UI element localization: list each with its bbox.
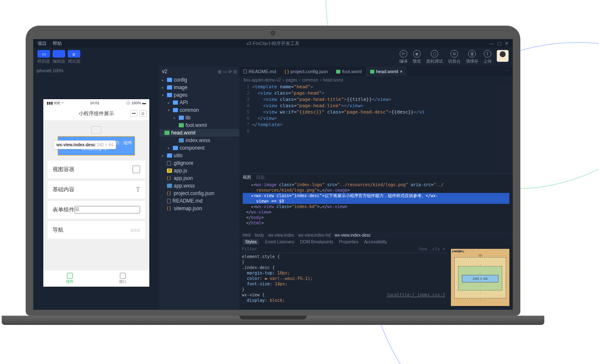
phone-nav-close-button[interactable]: ⊙ bbox=[139, 110, 147, 117]
devtools-sub-tab[interactable]: Accessibility bbox=[364, 240, 387, 244]
element-node[interactable]: </html> bbox=[243, 220, 509, 226]
ide-window: 项目 帮助 v2-FinClip小程序开发工具 — ▢ ✕ ▭模拟器编辑器⫼调试… bbox=[33, 39, 513, 310]
mode-label: 调试器 bbox=[68, 58, 80, 64]
window-title: v2-FinClip小程序开发工具 bbox=[246, 40, 300, 47]
laptop-frame: 项目 帮助 v2-FinClip小程序开发工具 — ▢ ✕ ▭模拟器编辑器⫼调试… bbox=[26, 26, 520, 328]
phone-tab[interactable]: 接口 bbox=[96, 270, 149, 287]
mode-button-1[interactable] bbox=[53, 50, 65, 58]
tree-item[interactable]: ▸lib bbox=[159, 114, 239, 121]
tool-清缓存[interactable]: 🗑清缓存 bbox=[466, 50, 478, 64]
element-node[interactable]: </body> bbox=[243, 215, 509, 220]
breadcrumb[interactable]: head.wxml bbox=[323, 78, 343, 82]
tree-item[interactable]: index.wxss bbox=[159, 137, 239, 144]
hov-toggle[interactable]: :hov bbox=[417, 247, 427, 251]
phone-nav-title: 小程序组件展示 bbox=[79, 110, 114, 117]
element-crumb[interactable]: html bbox=[243, 233, 251, 237]
styles-filter-input[interactable]: Filter bbox=[242, 247, 257, 251]
menubar: 项目 帮助 v2-FinClip小程序开发工具 — ▢ ✕ bbox=[33, 39, 513, 47]
tree-item[interactable]: .gitignore bbox=[159, 159, 239, 167]
phone-list-item[interactable]: 视图容器 bbox=[48, 161, 145, 178]
camera-dot bbox=[272, 32, 275, 34]
element-node[interactable]: resources/kind/logo.png">…</wx-image> bbox=[243, 187, 509, 193]
tree-item[interactable]: README.md bbox=[159, 197, 239, 205]
element-node[interactable]: view> == $0 bbox=[243, 198, 509, 204]
tree-item[interactable]: ▸config bbox=[159, 76, 239, 84]
tool-上传[interactable]: ↥上传 bbox=[483, 50, 492, 64]
toolbar: ▭模拟器编辑器⫼调试器 ⟳编译◉预览▢真机调试⧉切后台🗑清缓存↥上传 bbox=[33, 47, 513, 67]
menu-project[interactable]: 项目 bbox=[37, 40, 47, 47]
maximize-icon[interactable]: ▢ bbox=[497, 41, 501, 46]
breadcrumb[interactable]: pages bbox=[286, 78, 297, 82]
phone-logo-icon bbox=[91, 126, 101, 134]
tree-item[interactable]: ▸image bbox=[159, 84, 239, 91]
add-rule-icon[interactable]: + bbox=[443, 247, 445, 251]
tree-item[interactable]: { }sitemap.json bbox=[159, 205, 239, 212]
element-crumb[interactable]: wx-view.index-desc bbox=[334, 233, 371, 237]
element-node[interactable]: ▸<wx-view class="index-bd">…</wx-view> bbox=[243, 204, 509, 209]
tab-close-icon[interactable]: × bbox=[400, 69, 403, 74]
tree-root[interactable]: v2 bbox=[162, 69, 167, 74]
mode-button-2[interactable]: ⫼ bbox=[68, 50, 80, 58]
minimap[interactable] bbox=[496, 84, 513, 173]
menu-help[interactable]: 帮助 bbox=[53, 40, 62, 47]
new-file-icon[interactable]: ⊞ bbox=[218, 69, 221, 74]
refresh-icon[interactable]: ⟳ bbox=[228, 69, 232, 74]
phone-list-item[interactable]: 表单组件 bbox=[48, 201, 145, 219]
editor-tab[interactable]: README.md bbox=[239, 67, 280, 76]
editor-tab[interactable]: { }project.config.json bbox=[280, 67, 332, 76]
devtools-sub-tab[interactable]: Styles bbox=[243, 239, 259, 245]
simulator-status: iphone6 100% bbox=[33, 67, 159, 75]
phone-list-item[interactable]: 导航○○○ bbox=[48, 221, 145, 239]
tree-item[interactable]: { }project.config.json bbox=[159, 190, 239, 197]
tool-真机调试[interactable]: ▢真机调试 bbox=[426, 50, 443, 64]
tree-item[interactable]: ▸component bbox=[159, 144, 239, 152]
devtools-sub-tab[interactable]: DOM Breakpoints bbox=[300, 240, 333, 244]
editor-tab[interactable]: foot.wxml bbox=[332, 67, 366, 76]
editor-tab[interactable]: head.wxml× bbox=[366, 67, 407, 76]
mode-button-0[interactable]: ▭ bbox=[37, 50, 50, 58]
element-node[interactable]: ▸<wx-view class="index-desc">以下将展示小程序官方组… bbox=[243, 193, 509, 198]
file-tree: v2 ⊞ ▭ ⟳ ⊟ ▸config▸image▾pages▸API▾commo… bbox=[159, 67, 239, 310]
tree-item[interactable]: ▸utils bbox=[159, 152, 239, 159]
devtools-panel: 视图日志 ▸<wx-image class="index-logo" src="… bbox=[239, 173, 513, 310]
tree-item[interactable]: ▸API bbox=[159, 99, 239, 106]
tool-切后台[interactable]: ⧉切后台 bbox=[448, 50, 461, 64]
phone-list-item[interactable]: 基础内容T bbox=[48, 181, 145, 198]
phone-frame: ▮▮▮ IDE ⌔ 10:01 ⚪ 100% ▬ 小程序组件展示 ••• ⊙ bbox=[43, 99, 149, 287]
close-icon[interactable]: ✕ bbox=[505, 41, 509, 46]
avatar[interactable] bbox=[497, 50, 509, 62]
tree-item[interactable]: ▾pages bbox=[159, 91, 239, 99]
mode-label: 编辑器 bbox=[53, 58, 65, 64]
devtools-top-tab[interactable]: 日志 bbox=[256, 174, 265, 180]
element-crumb[interactable]: wx-view.index-hd bbox=[298, 233, 330, 237]
tree-item[interactable]: JSapp.js bbox=[159, 167, 239, 174]
tab-overflow-icon[interactable]: ⋯ bbox=[501, 67, 513, 76]
tree-item[interactable]: { }app.json bbox=[159, 174, 239, 182]
tree-item[interactable]: ▾common bbox=[159, 106, 239, 114]
inspector-tooltip: wx-view.index-desc 240 × 44 bbox=[53, 140, 116, 149]
collapse-icon[interactable]: ⊟ bbox=[233, 69, 237, 74]
breadcrumb[interactable]: common bbox=[302, 78, 318, 82]
element-crumb[interactable]: wx-view.index bbox=[268, 233, 294, 237]
element-node[interactable]: </wx-view> bbox=[243, 209, 509, 215]
devtools-top-tab[interactable]: 视图 bbox=[243, 174, 251, 180]
phone-nav-menu-button[interactable]: ••• bbox=[130, 110, 138, 117]
tool-预览[interactable]: ◉预览 bbox=[413, 50, 421, 64]
devtools-sub-tab[interactable]: Properties bbox=[339, 240, 358, 244]
tool-编译[interactable]: ⟳编译 bbox=[399, 50, 408, 64]
tree-item[interactable]: head.wxml bbox=[159, 129, 239, 137]
minimize-icon[interactable]: — bbox=[489, 41, 494, 46]
tree-item[interactable]: foot.wxml bbox=[159, 121, 239, 129]
phone-tab[interactable]: 组件 bbox=[43, 270, 96, 287]
simulator-panel: iphone6 100% ▮▮▮ IDE ⌔ 10:01 ⚪ 100% ▬ 小程… bbox=[33, 67, 159, 310]
phone-status-time: 10:01 bbox=[90, 101, 100, 105]
devtools-sub-tab[interactable]: Event Listeners bbox=[265, 240, 294, 244]
element-node[interactable]: ▸<wx-image class="index-logo" src="../re… bbox=[243, 182, 509, 187]
phone-status-right: ⚪ 100% ▬ bbox=[126, 101, 146, 105]
element-crumb[interactable]: body bbox=[255, 233, 264, 237]
new-folder-icon[interactable]: ▭ bbox=[223, 69, 227, 74]
tree-item[interactable]: app.wxss bbox=[159, 182, 239, 190]
cls-toggle[interactable]: .cls bbox=[430, 247, 440, 251]
mode-label: 模拟器 bbox=[37, 58, 50, 64]
breadcrumb[interactable]: fino-applet-demo-v2 bbox=[244, 78, 281, 82]
